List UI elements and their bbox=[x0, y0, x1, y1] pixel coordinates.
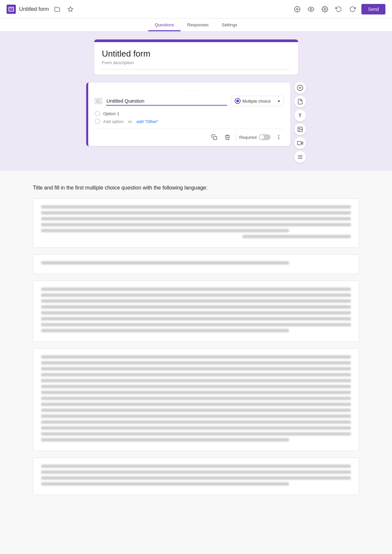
import-questions-icon[interactable] bbox=[294, 96, 306, 108]
blurred-line bbox=[41, 409, 351, 412]
svg-marker-20 bbox=[301, 142, 303, 144]
multiple-choice-icon bbox=[235, 98, 241, 104]
question-input[interactable] bbox=[106, 97, 227, 106]
delete-icon[interactable] bbox=[222, 132, 232, 142]
svg-point-13 bbox=[278, 137, 279, 138]
tab-bar: Questions Responses Settings bbox=[0, 18, 392, 32]
svg-point-12 bbox=[278, 135, 279, 136]
blurred-section-2 bbox=[33, 254, 359, 274]
app-icon bbox=[7, 5, 16, 14]
question-image-icon[interactable] bbox=[95, 98, 102, 104]
blurred-line bbox=[41, 403, 351, 406]
option-1-label[interactable]: Option 1 bbox=[103, 111, 119, 116]
question-bottom-row: Required bbox=[95, 129, 284, 142]
add-option-row: Add option or add "Other" bbox=[95, 119, 284, 124]
add-section-icon[interactable] bbox=[294, 151, 306, 163]
radio-fill bbox=[236, 100, 239, 102]
add-option-separator: or bbox=[127, 119, 133, 124]
dropdown-arrow: ▾ bbox=[278, 99, 280, 104]
blurred-line bbox=[41, 299, 351, 303]
send-button[interactable]: Send bbox=[361, 4, 385, 14]
required-toggle-row: Required bbox=[239, 134, 271, 140]
blurred-line bbox=[243, 235, 351, 238]
blurred-line bbox=[41, 293, 351, 297]
blurred-section-5 bbox=[33, 458, 359, 495]
blurred-line bbox=[41, 317, 351, 320]
top-bar: Untitled form bbox=[0, 0, 392, 18]
form-title: Untitled form bbox=[19, 6, 49, 12]
required-text: Required bbox=[239, 135, 257, 140]
blurred-line bbox=[41, 329, 289, 332]
palette-icon[interactable] bbox=[292, 4, 302, 14]
add-question-icon[interactable] bbox=[294, 82, 306, 94]
copy-icon[interactable] bbox=[209, 132, 219, 142]
svg-point-2 bbox=[297, 8, 298, 10]
blurred-section-3 bbox=[33, 281, 359, 342]
settings-icon[interactable] bbox=[320, 4, 330, 14]
blurred-line bbox=[41, 438, 289, 441]
blurred-line bbox=[41, 420, 351, 424]
svg-point-19 bbox=[299, 128, 300, 129]
drag-handle: · · · · · bbox=[95, 88, 284, 92]
radio-option-1 bbox=[95, 111, 100, 116]
top-bar-left: Untitled form bbox=[7, 4, 75, 14]
blurred-line bbox=[41, 311, 351, 315]
blurred-line bbox=[41, 391, 351, 394]
add-video-icon[interactable] bbox=[294, 137, 306, 149]
form-header-card: Untitled form Form description bbox=[94, 39, 298, 75]
blurred-line bbox=[41, 223, 351, 226]
add-option-text[interactable]: Add option bbox=[103, 119, 124, 124]
add-image-icon[interactable] bbox=[294, 123, 306, 135]
add-other-link[interactable]: add "Other" bbox=[136, 119, 158, 124]
blurred-line bbox=[41, 205, 351, 209]
blurred-line bbox=[41, 355, 351, 359]
blurred-line bbox=[41, 217, 351, 220]
folder-icon[interactable] bbox=[52, 4, 62, 14]
blurred-line bbox=[41, 426, 351, 430]
blurred-line bbox=[41, 465, 351, 468]
blurred-line bbox=[41, 397, 351, 400]
blurred-line bbox=[41, 229, 289, 232]
svg-point-14 bbox=[278, 139, 279, 139]
question-type-selector[interactable]: Multiple choice ▾ bbox=[231, 96, 284, 106]
question-top-row: Multiple choice ▾ bbox=[95, 96, 284, 106]
form-card-description[interactable]: Form description bbox=[102, 60, 290, 69]
question-type-label: Multiple choice bbox=[243, 99, 271, 104]
redo-icon[interactable] bbox=[348, 4, 357, 14]
blurred-section-4 bbox=[33, 348, 359, 451]
star-icon[interactable] bbox=[65, 4, 75, 14]
blurred-line bbox=[41, 476, 351, 480]
undo-icon[interactable] bbox=[334, 4, 344, 14]
option-row-1: Option 1 bbox=[95, 111, 284, 116]
toggle-thumb bbox=[259, 135, 264, 139]
blurred-line bbox=[41, 432, 351, 436]
instruction-text: Title and fill in the first multiple cho… bbox=[33, 184, 359, 192]
question-row: · · · · · bbox=[86, 79, 306, 163]
preview-icon[interactable] bbox=[306, 4, 316, 14]
blurred-line bbox=[41, 482, 289, 486]
form-center: Untitled form Form description · · · · · bbox=[86, 39, 306, 163]
blurred-line bbox=[41, 361, 351, 365]
tab-settings[interactable]: Settings bbox=[215, 18, 244, 31]
blurred-line bbox=[41, 305, 351, 309]
blurred-line bbox=[41, 261, 289, 264]
blurred-line bbox=[41, 323, 351, 326]
more-options-icon[interactable] bbox=[274, 132, 284, 142]
side-toolbar: T bbox=[294, 82, 306, 163]
form-card-title[interactable]: Untitled form bbox=[102, 49, 290, 59]
svg-rect-11 bbox=[213, 137, 217, 140]
svg-point-8 bbox=[324, 8, 326, 10]
tab-questions[interactable]: Questions bbox=[148, 18, 181, 31]
required-toggle[interactable] bbox=[259, 134, 271, 140]
divider bbox=[236, 133, 236, 141]
blurred-line bbox=[41, 379, 351, 382]
svg-marker-0 bbox=[68, 7, 73, 11]
blurred-line bbox=[41, 470, 351, 474]
question-card: · · · · · bbox=[86, 83, 290, 146]
blurred-line bbox=[41, 211, 351, 214]
radio-add bbox=[95, 119, 100, 124]
tab-responses[interactable]: Responses bbox=[181, 18, 215, 31]
blurred-section-1 bbox=[33, 198, 359, 248]
add-title-icon[interactable]: T bbox=[294, 110, 306, 121]
blurred-line bbox=[41, 288, 351, 291]
